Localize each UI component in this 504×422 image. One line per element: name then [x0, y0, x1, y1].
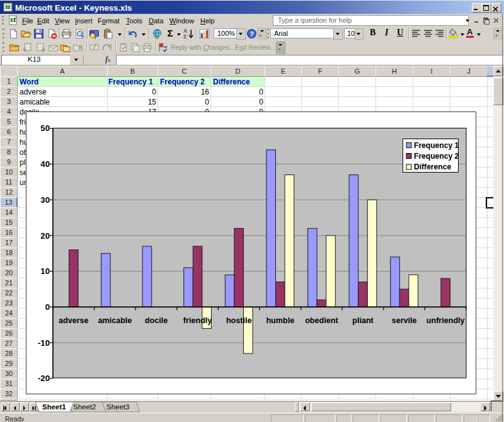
svg-text:-10: -10	[38, 338, 50, 348]
svg-text:obedient: obedient	[305, 316, 338, 325]
svg-text:friendly: friendly	[183, 316, 212, 325]
svg-text:pliant: pliant	[352, 316, 374, 325]
svg-text:20: 20	[40, 231, 50, 241]
svg-text:Sheet3: Sheet3	[106, 403, 129, 411]
svg-text:hostile: hostile	[226, 316, 252, 325]
svg-text:amicable: amicable	[98, 316, 132, 325]
svg-text:Sheet2: Sheet2	[73, 403, 96, 411]
svg-text:Frequency 2: Frequency 2	[414, 152, 459, 161]
svg-text:Z: Z	[183, 33, 186, 39]
svg-text:Difference: Difference	[414, 163, 451, 171]
svg-text:-20: -20	[38, 374, 50, 383]
svg-text:10: 10	[40, 266, 50, 276]
svg-text:Frequency 1: Frequency 1	[414, 141, 459, 150]
svg-text:adverse: adverse	[59, 316, 89, 325]
svg-text:docile: docile	[145, 316, 168, 325]
svg-text:50: 50	[40, 123, 50, 133]
svg-text:?: ?	[249, 30, 254, 38]
svg-text:humble: humble	[266, 316, 294, 325]
svg-text:30: 30	[40, 195, 50, 205]
svg-text:Sheet1: Sheet1	[42, 403, 66, 411]
svg-text:40: 40	[40, 159, 50, 169]
svg-text:unfriendly: unfriendly	[427, 316, 465, 325]
svg-text:servile: servile	[392, 316, 417, 325]
svg-text:0: 0	[45, 302, 50, 312]
